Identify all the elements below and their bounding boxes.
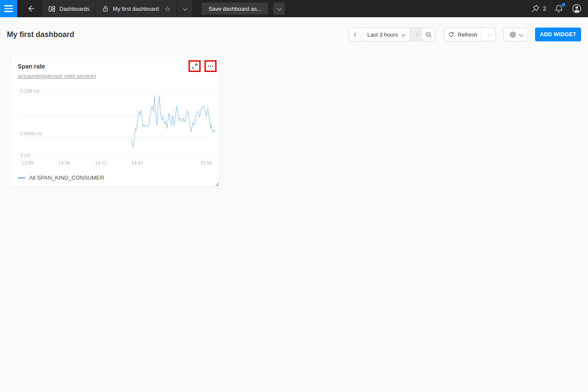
save-dropdown-button[interactable] <box>273 3 285 15</box>
notification-dot <box>562 3 565 6</box>
y-tick-label: 0 c/s <box>20 152 30 158</box>
ellipsis-icon <box>207 63 214 69</box>
chevron-down-icon <box>277 6 282 10</box>
dashboards-icon <box>48 5 56 12</box>
refresh-button[interactable]: Refresh <box>444 28 481 41</box>
topbar-tabs: Dashboards My first dashboard ☆ <box>42 0 176 17</box>
refresh-dropdown-button[interactable] <box>481 28 495 41</box>
chevron-down-icon <box>183 6 187 10</box>
notifications-button[interactable] <box>554 4 564 14</box>
service-link[interactable]: accountingservice (otel service) <box>18 73 96 79</box>
pin-count-badge: 2 <box>543 5 546 12</box>
back-arrow-icon <box>27 4 35 13</box>
timeframe-selector[interactable]: Last 3 hours <box>362 28 409 41</box>
annotation-box-maximize <box>189 60 201 72</box>
chevron-left-icon <box>353 32 358 37</box>
legend-label: All SPAN_KIND_CONSUMER <box>29 174 104 181</box>
x-tick-label: 13:35 <box>58 160 70 165</box>
maximize-icon <box>192 63 198 69</box>
span-rate-widget: Span rate accountingservice (otel servic… <box>10 56 220 187</box>
zoom-out-icon <box>425 31 432 38</box>
widget-resize-handle[interactable] <box>216 183 219 186</box>
favorite-star-icon[interactable]: ☆ <box>164 5 170 13</box>
chevron-down-icon <box>487 32 491 36</box>
back-button[interactable] <box>23 0 39 17</box>
series-line <box>131 96 215 147</box>
tab-dashboards-label: Dashboards <box>59 6 90 12</box>
x-tick-label: 12:59 <box>22 160 34 165</box>
topbar: Dashboards My first dashboard ☆ Save das… <box>0 0 588 17</box>
menu-button[interactable] <box>0 0 17 17</box>
tab-my-first-dashboard[interactable]: My first dashboard ☆ <box>96 0 176 17</box>
add-widget-button[interactable]: ADD WIDGET <box>535 28 581 41</box>
chevron-down-icon <box>401 32 405 36</box>
refresh-label: Refresh <box>458 31 477 38</box>
timeframe-label: Last 3 hours <box>367 31 398 38</box>
timeframe-back-button[interactable] <box>349 28 362 41</box>
x-tick-label: 14:47 <box>131 160 143 165</box>
dashboard-settings-button[interactable] <box>504 28 528 41</box>
user-menu-button[interactable] <box>572 3 582 14</box>
lock-icon <box>102 5 109 12</box>
chevron-right-icon <box>414 32 418 37</box>
chart-legend[interactable]: All SPAN_KIND_CONSUMER <box>18 174 104 181</box>
maximize-widget-button[interactable] <box>192 63 198 69</box>
y-tick-label: 0.108 c/s <box>20 88 40 93</box>
timeframe-forward-button[interactable] <box>409 28 422 41</box>
widget-title: Span rate <box>18 63 45 70</box>
pin-icon <box>531 4 540 13</box>
gear-icon <box>509 31 517 38</box>
refresh-group: Refresh <box>444 28 496 41</box>
x-tick-label: 15:59 <box>200 160 212 165</box>
pinned-items-button[interactable]: 2 <box>531 4 546 13</box>
page-title: My first dashboard <box>7 30 74 39</box>
topbar-right-cluster: 2 <box>531 0 588 17</box>
chevron-down-icon <box>519 32 523 36</box>
legend-swatch <box>18 177 25 179</box>
refresh-icon <box>448 31 454 37</box>
avatar-icon <box>572 3 582 14</box>
tab-my-first-dashboard-label: My first dashboard <box>113 6 159 12</box>
timeframe-group: Last 3 hours <box>349 28 435 41</box>
y-tick-label: 0.0400 c/s <box>20 131 42 136</box>
x-tick-label: 14:11 <box>95 160 107 165</box>
span-rate-chart <box>19 93 216 160</box>
tab-list-dropdown-button[interactable] <box>177 0 192 17</box>
dashboard-toolbar: My first dashboard Last 3 hours <box>0 28 588 41</box>
timeframe-zoom-out-button[interactable] <box>422 28 435 41</box>
save-dashboard-as-button[interactable]: Save dashboard as... <box>201 3 268 15</box>
annotation-box-more-options <box>204 60 217 72</box>
tab-dashboards[interactable]: Dashboards <box>42 0 96 17</box>
toolbar-controls: Last 3 hours <box>349 28 581 41</box>
widget-more-options-button[interactable] <box>207 63 214 69</box>
settings-group <box>503 28 528 41</box>
